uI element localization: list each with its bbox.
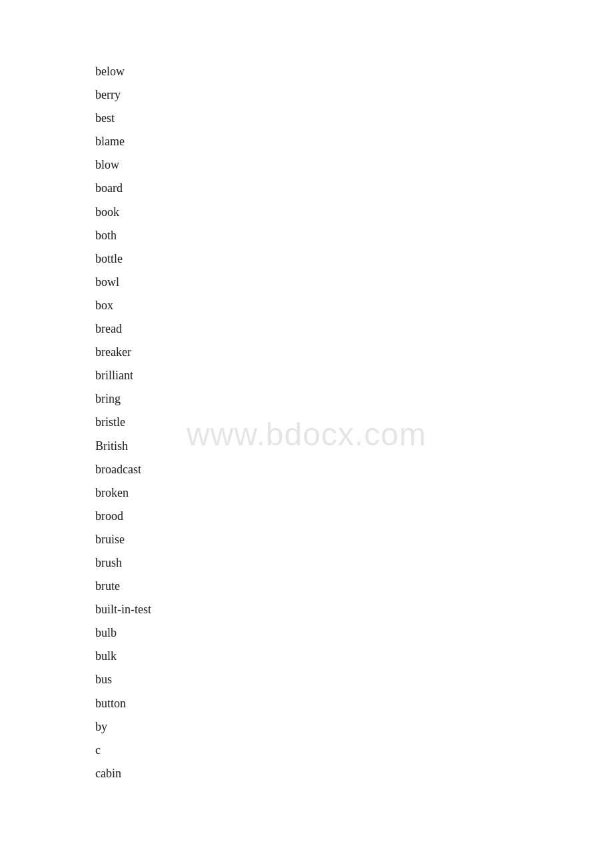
list-item: blame xyxy=(95,130,613,153)
list-item: bread xyxy=(95,317,613,341)
list-item: box xyxy=(95,294,613,317)
list-item: board xyxy=(95,177,613,200)
list-item: brilliant xyxy=(95,364,613,387)
list-item: brush xyxy=(95,551,613,575)
list-item: blow xyxy=(95,153,613,177)
list-item: brute xyxy=(95,575,613,598)
list-item: broadcast xyxy=(95,458,613,481)
list-item: bruise xyxy=(95,528,613,551)
list-item: bus xyxy=(95,668,613,691)
list-item: cabin xyxy=(95,762,613,785)
list-item: bulb xyxy=(95,621,613,645)
list-item: book xyxy=(95,201,613,224)
word-list: belowberrybestblameblowboardbookbothbott… xyxy=(0,0,613,785)
list-item: breaker xyxy=(95,341,613,364)
list-item: c xyxy=(95,739,613,762)
list-item: bring xyxy=(95,387,613,411)
list-item: bottle xyxy=(95,247,613,271)
list-item: by xyxy=(95,715,613,739)
list-item: built-in-test xyxy=(95,598,613,621)
list-item: British xyxy=(95,435,613,458)
list-item: broken xyxy=(95,481,613,505)
list-item: both xyxy=(95,224,613,247)
list-item: button xyxy=(95,692,613,715)
list-item: bristle xyxy=(95,411,613,434)
list-item: bowl xyxy=(95,271,613,294)
list-item: below xyxy=(95,60,613,83)
list-item: best xyxy=(95,107,613,130)
list-item: brood xyxy=(95,505,613,528)
list-item: berry xyxy=(95,83,613,107)
list-item: bulk xyxy=(95,645,613,668)
